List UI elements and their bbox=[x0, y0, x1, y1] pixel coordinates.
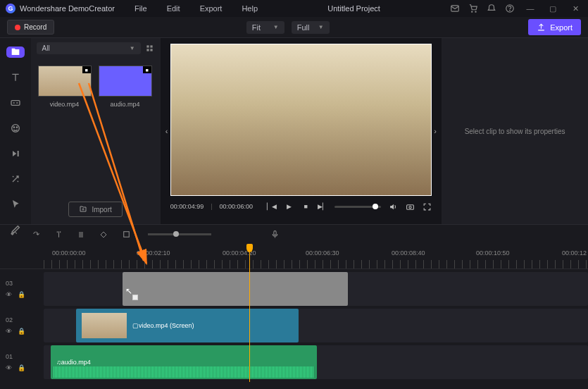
lock-icon[interactable]: 🔒 bbox=[18, 291, 25, 298]
tab-media[interactable] bbox=[6, 47, 25, 58]
filter-label: All bbox=[42, 44, 50, 52]
preview-video[interactable] bbox=[170, 44, 432, 196]
lock-icon[interactable]: 🔒 bbox=[18, 364, 25, 371]
notification-icon[interactable] bbox=[487, 4, 496, 13]
mail-icon[interactable] bbox=[450, 4, 460, 13]
media-item-audio[interactable]: ■ audio.mp4 bbox=[99, 66, 152, 108]
tab-text[interactable] bbox=[6, 72, 25, 83]
tab-cursor[interactable] bbox=[6, 199, 25, 210]
next-chevron-icon[interactable]: › bbox=[430, 124, 440, 138]
mic-button[interactable] bbox=[270, 230, 280, 240]
media-filter-dropdown[interactable]: All ▼ bbox=[37, 42, 141, 54]
track-3: 03 👁🔒 bbox=[0, 272, 588, 306]
tab-sticker[interactable] bbox=[6, 123, 25, 134]
svg-rect-11 bbox=[147, 49, 149, 51]
clip-placeholder[interactable] bbox=[123, 272, 348, 306]
svg-rect-12 bbox=[151, 49, 153, 51]
full-dropdown[interactable]: Full ▼ bbox=[292, 21, 330, 34]
media-label: audio.mp4 bbox=[111, 101, 140, 108]
svg-point-14 bbox=[409, 206, 411, 208]
main-area: All ▼ ■ video.mp4 ■ audio.mp4 Import ‹ ›… bbox=[0, 38, 588, 224]
track-head-3: 03 👁🔒 bbox=[0, 272, 44, 306]
svg-rect-10 bbox=[151, 45, 153, 47]
zoom-slider[interactable] bbox=[148, 233, 211, 235]
export-button[interactable]: Export bbox=[528, 19, 581, 35]
playhead[interactable] bbox=[249, 244, 250, 382]
visible-icon[interactable]: 👁 bbox=[6, 364, 12, 371]
track-body-1[interactable]: ♫ audio.mp4 bbox=[44, 345, 588, 379]
clip-video-label: video.mp4 (Screen) bbox=[139, 322, 194, 329]
maximize-button[interactable]: ▢ bbox=[546, 4, 560, 13]
split-button[interactable] bbox=[54, 230, 63, 240]
close-button[interactable]: ✕ bbox=[568, 4, 582, 13]
fullscreen-icon[interactable] bbox=[422, 202, 432, 211]
volume-icon[interactable] bbox=[388, 202, 398, 211]
help-icon[interactable] bbox=[505, 4, 515, 13]
minimize-button[interactable]: — bbox=[523, 4, 537, 13]
stop-button[interactable]: ■ bbox=[301, 202, 311, 211]
menu-help[interactable]: Help bbox=[242, 4, 258, 13]
svg-rect-5 bbox=[11, 101, 20, 106]
tab-effects[interactable] bbox=[6, 173, 25, 185]
clip-thumbnail-icon bbox=[82, 313, 127, 338]
next-frame-button[interactable]: ▶▏ bbox=[318, 202, 327, 211]
menu-edit[interactable]: Edit bbox=[167, 4, 180, 13]
props-empty-text: Select clip to show its properties bbox=[465, 128, 565, 135]
snapshot-icon[interactable] bbox=[405, 202, 415, 211]
undo-button[interactable]: ↶ bbox=[8, 230, 18, 240]
track-num: 03 bbox=[6, 280, 38, 287]
timeline: 00:00:00:0000:00:02:1000:00:04:2000:00:0… bbox=[0, 244, 588, 379]
chevron-down-icon: ▼ bbox=[273, 24, 279, 30]
record-button[interactable]: Record bbox=[7, 20, 54, 35]
timeline-ruler[interactable]: 00:00:00:0000:00:02:1000:00:04:2000:00:0… bbox=[0, 244, 588, 269]
chevron-down-icon: ▼ bbox=[130, 45, 135, 51]
visible-icon[interactable]: 👁 bbox=[6, 291, 12, 298]
svg-rect-16 bbox=[274, 231, 276, 235]
tab-caption[interactable] bbox=[6, 97, 25, 109]
fit-label: Fit bbox=[252, 23, 261, 32]
lock-icon[interactable]: 🔒 bbox=[18, 328, 25, 335]
svg-point-8 bbox=[16, 127, 17, 128]
tag-button[interactable] bbox=[99, 230, 108, 240]
crop-button[interactable] bbox=[121, 230, 131, 240]
marker-button[interactable] bbox=[76, 230, 86, 240]
media-label: video.mp4 bbox=[50, 101, 80, 108]
visible-icon[interactable]: 👁 bbox=[6, 328, 12, 335]
import-label: Import bbox=[92, 206, 111, 214]
preview-panel: ‹ › 00:00:04:99 | 00:00:06:00 ▏◀ ▶ ■ ▶▏ bbox=[161, 38, 442, 224]
fit-dropdown[interactable]: Fit ▼ bbox=[246, 21, 284, 34]
svg-point-1 bbox=[472, 11, 473, 12]
menu-file[interactable]: File bbox=[135, 4, 147, 13]
svg-rect-15 bbox=[123, 232, 129, 237]
preview-controls: 00:00:04:99 | 00:00:06:00 ▏◀ ▶ ■ ▶▏ bbox=[161, 196, 442, 217]
timeline-toolbar: ↶ ↷ bbox=[0, 224, 588, 244]
menu-export[interactable]: Export bbox=[200, 4, 223, 13]
app-logo-icon: G bbox=[6, 4, 15, 13]
cart-icon[interactable] bbox=[468, 4, 478, 13]
clip-video[interactable]: ▢ video.mp4 (Screen) bbox=[76, 309, 299, 342]
progress-slider[interactable] bbox=[334, 206, 381, 208]
drag-ghost-icon bbox=[132, 295, 138, 300]
svg-point-7 bbox=[13, 127, 14, 128]
upload-icon bbox=[537, 23, 546, 32]
screen-icon: ▢ bbox=[132, 322, 139, 329]
time-total: 00:00:06:00 bbox=[220, 203, 254, 210]
full-label: Full bbox=[297, 23, 310, 32]
clip-audio[interactable]: ♫ audio.mp4 bbox=[51, 345, 317, 379]
import-button[interactable]: Import bbox=[68, 202, 122, 217]
media-panel: All ▼ ■ video.mp4 ■ audio.mp4 Import bbox=[31, 38, 161, 224]
track-num: 01 bbox=[6, 353, 38, 360]
redo-button[interactable]: ↷ bbox=[31, 230, 41, 240]
prev-frame-button[interactable]: ▏◀ bbox=[267, 202, 277, 211]
grid-view-icon[interactable] bbox=[145, 44, 155, 54]
thumbnail-icon: ■ bbox=[99, 66, 152, 97]
svg-rect-13 bbox=[406, 204, 413, 209]
play-button[interactable]: ▶ bbox=[284, 202, 294, 211]
track-body-2[interactable]: ▢ video.mp4 (Screen) bbox=[44, 309, 588, 342]
ruler-tick: 00:00:08:40 bbox=[392, 249, 425, 257]
tab-transition[interactable] bbox=[6, 148, 25, 159]
media-item-video[interactable]: ■ video.mp4 bbox=[38, 66, 92, 108]
media-tag-icon: ■ bbox=[82, 66, 91, 73]
track-num: 02 bbox=[6, 316, 38, 323]
record-dot-icon bbox=[15, 25, 20, 30]
